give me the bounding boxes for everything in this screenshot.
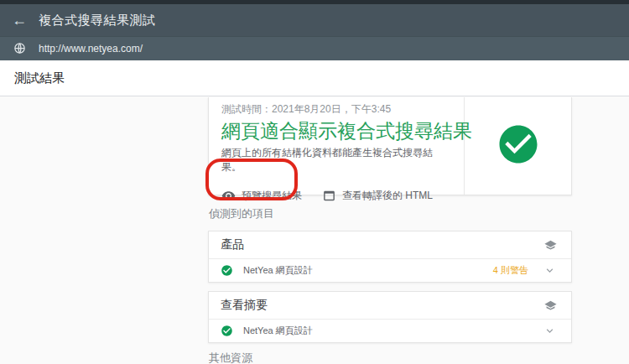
other-resources-label: 其他資源 xyxy=(209,351,252,364)
item-card-header: 查看摘要 xyxy=(209,292,571,320)
result-summary-card: 測試時間：2021年8月20日，下午3:45 網頁適合顯示複合式搜尋結果 網頁上… xyxy=(208,97,572,195)
item-row-label: NetYea 網頁設計 xyxy=(243,325,528,337)
tested-url[interactable]: http://www.netyea.com/ xyxy=(39,43,143,55)
globe-icon xyxy=(0,42,39,55)
item-card-title: 查看摘要 xyxy=(221,298,543,313)
url-bar[interactable]: http://www.netyea.com/ xyxy=(0,36,629,60)
item-card-title: 產品 xyxy=(221,237,543,252)
detected-items-label: 偵測到的項目 xyxy=(209,206,274,221)
summary-status-pane xyxy=(465,97,571,195)
summary-actions: 預覽搜尋結果 查看轉譯後的 HTML xyxy=(221,187,452,205)
success-check-circle-icon xyxy=(496,122,541,167)
item-row[interactable]: NetYea 網頁設計 4 則警告 xyxy=(209,259,571,282)
pass-check-icon xyxy=(221,264,233,277)
detected-item-card-product: 產品 NetYea 網頁設計 4 則警告 xyxy=(208,231,572,283)
chevron-down-icon[interactable] xyxy=(543,264,556,277)
item-card-header: 產品 xyxy=(209,231,571,259)
results-header-label: 測試結果 xyxy=(14,70,65,86)
test-timestamp: 測試時間：2021年8月20日，下午3:45 xyxy=(221,102,452,117)
back-arrow-icon[interactable]: ← xyxy=(0,13,39,28)
results-header: 測試結果 xyxy=(0,60,629,96)
rich-result-layers-icon xyxy=(543,238,558,252)
pass-check-icon xyxy=(221,325,233,337)
verdict-heading: 網頁適合顯示複合式搜尋結果 xyxy=(221,118,452,143)
chevron-down-icon[interactable] xyxy=(543,325,556,337)
view-rendered-html-button[interactable]: 查看轉譯後的 HTML xyxy=(322,187,433,205)
warning-count-badge[interactable]: 4 則警告 xyxy=(493,264,528,277)
preview-results-label: 預覽搜尋結果 xyxy=(242,189,302,203)
summary-text-pane: 測試時間：2021年8月20日，下午3:45 網頁適合顯示複合式搜尋結果 網頁上… xyxy=(209,97,465,195)
app-header: ← 複合式搜尋結果測試 xyxy=(0,4,629,36)
eye-icon xyxy=(221,189,236,203)
preview-results-button[interactable]: 預覽搜尋結果 xyxy=(221,187,302,205)
item-row-label: NetYea 網頁設計 xyxy=(243,264,493,277)
detected-item-card-review-snippet: 查看摘要 NetYea 網頁設計 xyxy=(208,291,572,343)
rich-result-layers-icon xyxy=(543,299,558,313)
verdict-description: 網頁上的所有結構化資料都能產生複合式搜尋結果。 xyxy=(221,146,452,174)
app-title: 複合式搜尋結果測試 xyxy=(39,13,156,29)
item-row[interactable]: NetYea 網頁設計 xyxy=(209,320,571,342)
view-rendered-html-label: 查看轉譯後的 HTML xyxy=(342,189,433,203)
browser-window-icon xyxy=(322,189,336,203)
